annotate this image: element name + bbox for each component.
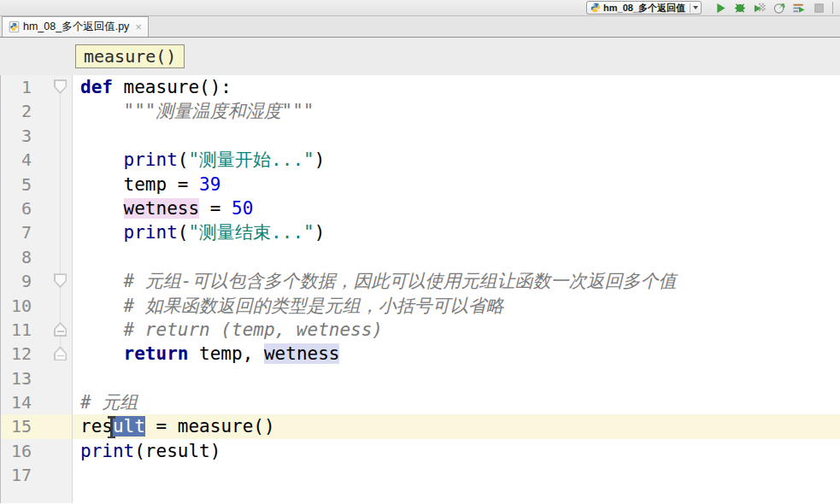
code-token: def bbox=[80, 77, 113, 97]
line-number: 11 bbox=[1, 318, 32, 342]
code-token: print bbox=[124, 222, 178, 243]
gutter-row-15: 15 bbox=[1, 414, 72, 438]
code-line-10[interactable]: # 如果函数返回的类型是元组，小括号可以省略 bbox=[73, 294, 840, 318]
tab-hm08-file[interactable]: hm_08_多个返回值.py × bbox=[2, 16, 149, 37]
code-token bbox=[80, 296, 124, 316]
toolbar-icons bbox=[708, 1, 826, 15]
line-number: 4 bbox=[1, 148, 32, 172]
gutter-row-12: 12 bbox=[1, 342, 72, 366]
text-ibeam-cursor bbox=[107, 416, 116, 438]
code-token: # 如果函数返回的类型是元组，小括号可以省略 bbox=[124, 296, 504, 316]
context-function-hint: measure() bbox=[75, 44, 185, 68]
toolbar-run-group: hm_08_多个返回值 bbox=[586, 1, 840, 15]
gutter-row-1: 1 bbox=[1, 75, 72, 99]
fold-start-icon[interactable] bbox=[54, 273, 67, 288]
gutter-row-10: 10 bbox=[1, 294, 72, 318]
code-line-17[interactable] bbox=[73, 463, 840, 487]
code-token: temp, bbox=[188, 343, 264, 364]
code-token: "测量开始..." bbox=[188, 149, 314, 170]
gutter-row-6: 6 bbox=[1, 196, 72, 220]
gutter-row-9: 9 bbox=[1, 269, 72, 293]
code-line-13[interactable] bbox=[73, 366, 840, 390]
gutter-row-8: 8 bbox=[1, 245, 72, 269]
line-number: 2 bbox=[1, 99, 32, 123]
code-token: 50 bbox=[232, 198, 253, 219]
code-token: ( bbox=[178, 222, 189, 243]
code-line-6[interactable]: wetness = 50 bbox=[73, 196, 840, 220]
code-token: # 元组 bbox=[80, 392, 138, 413]
fold-end-icon[interactable] bbox=[54, 346, 67, 360]
fold-start-icon[interactable] bbox=[54, 79, 67, 94]
python-icon bbox=[590, 3, 601, 13]
debug-icon[interactable] bbox=[732, 1, 748, 15]
gutter-row-4: 4 bbox=[1, 148, 72, 172]
selected-text: ult bbox=[113, 416, 145, 437]
code-token: 39 bbox=[199, 174, 220, 195]
code-token: # return (temp, wetness) bbox=[124, 319, 383, 340]
line-number: 14 bbox=[1, 390, 32, 414]
run-configuration-dropdown[interactable]: hm_08_多个返回值 bbox=[586, 1, 702, 15]
code-token: """测量温度和湿度""" bbox=[124, 101, 314, 121]
tab-close-icon[interactable]: × bbox=[135, 23, 142, 32]
code-line-16[interactable]: print(result) bbox=[73, 439, 840, 463]
code-line-3[interactable] bbox=[73, 124, 840, 148]
code-line-15[interactable]: result = measure() bbox=[73, 414, 840, 438]
code-token: = measure() bbox=[145, 416, 275, 437]
code-line-12[interactable]: return temp, wetness bbox=[73, 342, 840, 366]
stop-icon[interactable] bbox=[811, 1, 826, 15]
profiler-icon[interactable] bbox=[772, 1, 787, 15]
code-token: print bbox=[124, 149, 178, 170]
code-token: "测量结束..." bbox=[188, 222, 314, 243]
line-number: 5 bbox=[1, 173, 32, 196]
run-icon[interactable] bbox=[713, 1, 728, 15]
line-number: 16 bbox=[1, 439, 32, 463]
dropdown-separator bbox=[690, 3, 690, 13]
code-token: measure(): bbox=[113, 77, 232, 97]
code-token: ( bbox=[178, 149, 189, 170]
code-token bbox=[80, 101, 124, 121]
gutter-row-16: 16 bbox=[1, 439, 72, 463]
code-token: (result) bbox=[134, 441, 220, 461]
code-line-2[interactable]: """测量温度和湿度""" bbox=[73, 99, 840, 123]
code-line-9[interactable]: # 元组-可以包含多个数据，因此可以使用元组让函数一次返回多个值 bbox=[73, 269, 840, 293]
line-number: 10 bbox=[1, 294, 32, 318]
editor-tab-bar: hm_08_多个返回值.py × bbox=[0, 16, 840, 38]
toolbar-divider bbox=[832, 2, 833, 14]
code-area[interactable]: def measure(): """测量温度和湿度""" print("测量开始… bbox=[73, 75, 840, 503]
code-token bbox=[80, 343, 124, 364]
run-configuration-label: hm_08_多个返回值 bbox=[603, 2, 685, 15]
gutter-row-7: 7 bbox=[1, 220, 72, 244]
code-editor: 1234567891011121314151617 def measure():… bbox=[0, 75, 840, 503]
code-line-1[interactable]: def measure(): bbox=[73, 75, 840, 99]
run-with-coverage-icon[interactable] bbox=[752, 1, 767, 15]
concurrency-diagram-icon[interactable] bbox=[791, 1, 807, 15]
editor-gutter: 1234567891011121314151617 bbox=[0, 75, 73, 503]
gutter-row-5: 5 bbox=[1, 173, 72, 196]
gutter-row-11: 11 bbox=[1, 318, 72, 342]
code-token: = bbox=[199, 198, 232, 219]
gutter-row-17: 17 bbox=[1, 463, 72, 487]
code-token bbox=[80, 271, 124, 291]
gutter-row-2: 2 bbox=[1, 99, 72, 123]
code-token bbox=[80, 198, 124, 219]
line-number: 7 bbox=[1, 220, 32, 244]
gutter-row-3: 3 bbox=[1, 124, 72, 148]
code-token bbox=[80, 149, 124, 170]
line-number: 9 bbox=[1, 269, 32, 293]
fold-end-icon[interactable] bbox=[54, 322, 67, 337]
code-line-5[interactable]: temp = 39 bbox=[73, 173, 840, 196]
code-line-7[interactable]: print("测量结束...") bbox=[73, 220, 840, 244]
python-file-icon bbox=[9, 21, 20, 32]
code-line-11[interactable]: # return (temp, wetness) bbox=[73, 318, 840, 342]
code-line-4[interactable]: print("测量开始...") bbox=[73, 148, 840, 172]
editor-context-strip: measure() bbox=[0, 38, 840, 75]
gutter-row-14: 14 bbox=[1, 390, 72, 414]
code-token: return bbox=[124, 343, 189, 364]
code-line-8[interactable] bbox=[73, 245, 840, 269]
line-number: 17 bbox=[1, 463, 32, 487]
code-token: wetness bbox=[264, 343, 340, 364]
line-number: 12 bbox=[1, 342, 32, 366]
code-token: # 元组-可以包含多个数据，因此可以使用元组让函数一次返回多个值 bbox=[124, 271, 677, 291]
code-line-14[interactable]: # 元组 bbox=[73, 390, 840, 414]
line-number: 1 bbox=[1, 75, 32, 99]
